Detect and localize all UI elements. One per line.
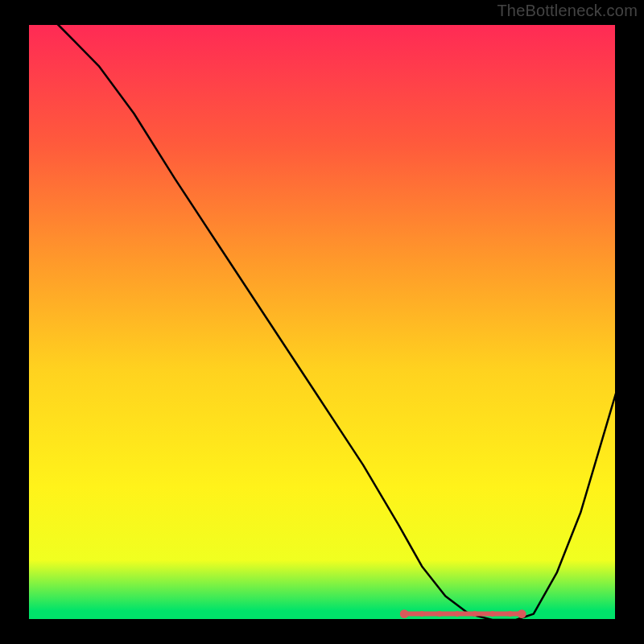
- optimal-range-dot: [489, 611, 495, 617]
- optimal-range-dot: [419, 611, 425, 617]
- optimal-range-dot: [473, 611, 478, 617]
- optimal-range-dot: [437, 611, 443, 617]
- optimal-range-dot: [455, 611, 460, 617]
- optimal-range-dot: [507, 611, 513, 617]
- bottleneck-chart: [0, 0, 644, 644]
- optimal-range-dot: [400, 609, 409, 618]
- optimal-range-dot: [518, 609, 526, 618]
- chart-container: TheBottleneck.com: [0, 0, 644, 644]
- plot-background: [28, 24, 616, 620]
